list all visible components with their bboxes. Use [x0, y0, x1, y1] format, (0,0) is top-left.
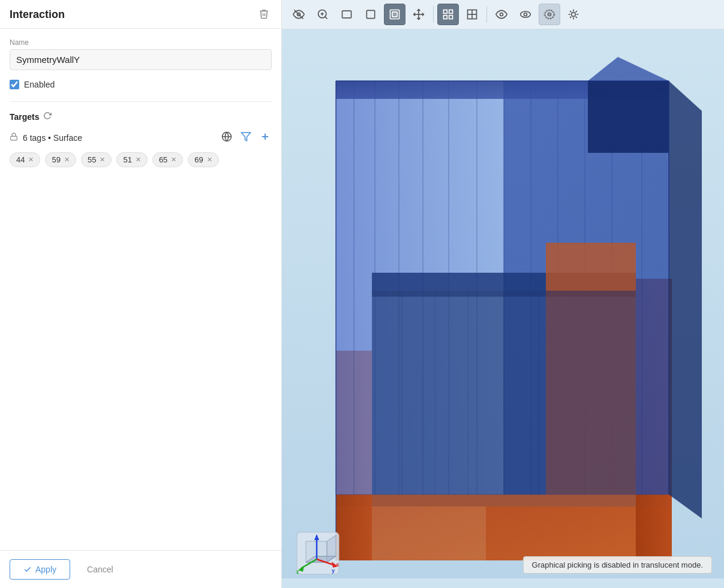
delete-button[interactable]	[256, 7, 272, 22]
tags-container: 44 ✕ 59 ✕ 55 ✕ 51 ✕ 65 ✕ 69 ✕	[10, 152, 272, 167]
tag-label-55: 55	[88, 155, 96, 164]
rectangle-select-button[interactable]	[336, 4, 358, 25]
tag-chip-44: 44 ✕	[10, 152, 40, 167]
cancel-label: Cancel	[87, 565, 113, 574]
tag-label-65: 65	[159, 155, 167, 164]
tag-chip-55: 55 ✕	[81, 152, 112, 167]
targets-row: Targets	[10, 111, 272, 122]
right-panel: y x z Graphical picking is disabled in t…	[282, 0, 724, 588]
tag-label-51: 51	[123, 155, 131, 164]
refresh-icon[interactable]	[43, 111, 52, 122]
svg-rect-15	[392, 12, 397, 17]
tag-remove-65[interactable]: ✕	[171, 156, 176, 163]
svg-rect-18	[444, 10, 447, 14]
tag-remove-69[interactable]: ✕	[207, 156, 212, 163]
grid2-button[interactable]	[461, 4, 483, 25]
svg-marker-52	[588, 81, 669, 153]
svg-rect-12	[343, 11, 352, 18]
toolbar-separator-2	[486, 6, 487, 23]
svg-rect-21	[444, 16, 447, 19]
apply-button[interactable]: Apply	[10, 559, 70, 580]
status-tooltip: Graphical picking is disabled in translu…	[523, 556, 712, 574]
tag-chip-69: 69 ✕	[188, 152, 218, 167]
svg-marker-65	[669, 81, 702, 518]
panel-header: Interaction	[0, 0, 281, 29]
eye-toggle-button[interactable]	[288, 4, 310, 25]
camera-button[interactable]	[563, 4, 584, 25]
svg-marker-3	[242, 132, 251, 141]
tags-info-text: 6 tags • Surface	[23, 133, 82, 143]
svg-marker-64	[546, 291, 636, 494]
svg-text:z: z	[296, 569, 299, 575]
tag-chip-65: 65 ✕	[152, 152, 183, 167]
cancel-button[interactable]: Cancel	[77, 560, 123, 579]
toolbar-separator-1	[433, 6, 434, 23]
enabled-checkbox[interactable]	[10, 80, 19, 89]
tag-label-59: 59	[52, 155, 60, 164]
tag-remove-44[interactable]: ✕	[28, 156, 34, 163]
panel-body: Name Enabled Targets	[0, 29, 281, 550]
tag-chip-59: 59 ✕	[45, 152, 76, 167]
tag-remove-51[interactable]: ✕	[136, 156, 141, 163]
name-input[interactable]	[10, 49, 272, 70]
tags-actions	[220, 130, 272, 145]
square-button[interactable]	[360, 4, 381, 25]
panel-footer: Apply Cancel	[0, 550, 281, 588]
tag-chip-51: 51 ✕	[116, 152, 147, 167]
translucent-button[interactable]	[539, 4, 560, 25]
axis-gizmo: y x z	[294, 529, 342, 577]
svg-marker-55	[546, 243, 636, 291]
apply-label: Apply	[35, 565, 56, 574]
status-text: Graphical picking is disabled in translu…	[532, 560, 703, 569]
scene-3d	[282, 29, 724, 588]
svg-point-27	[524, 13, 527, 16]
viewport[interactable]: y x z Graphical picking is disabled in t…	[282, 29, 724, 588]
eye-view-button[interactable]	[515, 4, 536, 25]
zoom-button[interactable]	[312, 4, 334, 25]
lock-icon	[10, 132, 18, 143]
tags-info-left: 6 tags • Surface	[10, 132, 82, 143]
left-panel: Interaction Name Enabled Targets	[0, 0, 282, 588]
filter-button[interactable]	[239, 130, 253, 145]
view-mode-button[interactable]	[491, 4, 512, 25]
svg-rect-20	[449, 16, 453, 19]
svg-point-29	[548, 13, 551, 16]
svg-point-26	[521, 11, 531, 17]
box-select-button[interactable]	[384, 4, 405, 25]
panel-title: Interaction	[10, 8, 65, 21]
section-divider	[10, 101, 272, 102]
svg-line-9	[325, 17, 328, 19]
svg-text:y: y	[332, 568, 335, 574]
svg-rect-13	[366, 10, 374, 18]
svg-marker-34	[336, 494, 672, 506]
svg-rect-0	[11, 136, 17, 140]
tag-remove-59[interactable]: ✕	[64, 156, 70, 163]
tag-label-44: 44	[16, 155, 25, 164]
move-button[interactable]	[408, 4, 429, 25]
name-label: Name	[10, 38, 272, 47]
tag-label-69: 69	[194, 155, 203, 164]
targets-title: Targets	[10, 112, 40, 122]
enabled-label: Enabled	[24, 80, 55, 89]
tags-info-row: 6 tags • Surface	[10, 130, 272, 145]
svg-rect-19	[449, 10, 453, 14]
svg-text:x: x	[336, 562, 339, 568]
svg-point-25	[500, 13, 503, 16]
grid-button[interactable]	[437, 4, 459, 25]
toolbar	[282, 0, 724, 29]
tag-remove-55[interactable]: ✕	[100, 156, 105, 163]
add-tag-button[interactable]	[259, 130, 272, 145]
globe-button[interactable]	[220, 130, 233, 145]
svg-point-30	[572, 13, 576, 17]
enabled-row: Enabled	[10, 80, 272, 89]
